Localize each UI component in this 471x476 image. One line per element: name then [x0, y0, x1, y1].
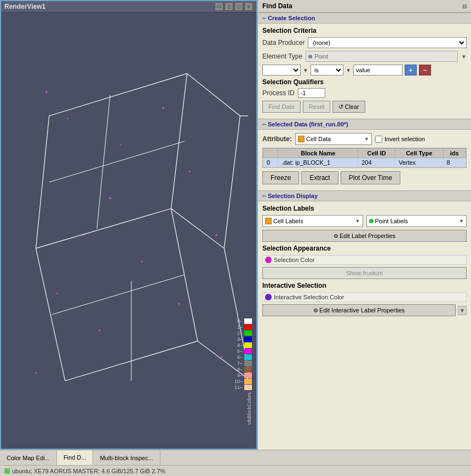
attribute-dropdown-arrow[interactable]: ▼ — [364, 136, 369, 142]
table-row[interactable]: 0 .dat: ip_BLOCK_1 204 Vertex 8 — [263, 158, 466, 167]
edit-interactive-label-btn[interactable]: ⚙ Edit Interactive Label Properties — [262, 304, 456, 316]
viewport-title-bar: RenderView1 ▭ ▯ □ × — [1, 1, 256, 13]
criteria-row: ▼ is ▼ + − — [262, 65, 467, 76]
selection-color-row[interactable]: Selection Color — [262, 255, 467, 265]
clear-btn[interactable]: ↺Clear — [332, 101, 365, 113]
legend-swatch-2 — [244, 330, 252, 336]
point-labels-container[interactable]: Point Labels ▼ — [366, 215, 467, 227]
labels-row: Cell Labels ▼ Point Labels ▼ — [262, 215, 467, 227]
legend-row-11: 11– — [233, 385, 252, 390]
legend-row-2: 2– — [233, 330, 252, 336]
element-type-dropdown-icon[interactable]: ▼ — [461, 54, 467, 60]
attribute-select-container[interactable]: Cell Data ▼ — [295, 133, 372, 145]
criteria-dropdown-arrow[interactable]: ▼ — [303, 67, 308, 73]
legend-row-8: 8– — [233, 367, 252, 372]
cell-labels-container[interactable]: Cell Labels ▼ — [262, 215, 363, 227]
invert-selection-checkbox[interactable] — [375, 136, 382, 143]
edit-label-gear-icon: ⚙ — [334, 233, 338, 239]
selection-criteria-body: Selection Criteria Data Producer (none) … — [258, 24, 471, 119]
selection-appearance-heading: Selection Appearance — [262, 245, 467, 252]
cell-labels-value: Cell Labels — [273, 218, 355, 224]
element-type-row: Element Type Point ▼ — [262, 51, 467, 62]
col-index — [263, 149, 278, 158]
status-bar: ubuntu; XE79 AORUS MASTER: 4.6 GiB/125.7… — [0, 465, 471, 476]
legend-swatch-3 — [244, 336, 252, 342]
status-text: ubuntu; XE79 AORUS MASTER: 4.6 GiB/125.7… — [12, 468, 165, 474]
svg-point-3 — [109, 197, 111, 199]
interactive-color-swatch — [265, 294, 272, 300]
criteria-cond-arrow[interactable]: ▼ — [346, 67, 351, 73]
selected-data-icon: ━ — [262, 121, 266, 127]
legend-swatch-5 — [244, 349, 252, 354]
freeze-btn[interactable]: Freeze — [262, 171, 299, 184]
show-frustum-row: Show frustum — [262, 267, 467, 279]
data-producer-label: Data Producer — [262, 39, 305, 47]
edit-label-properties-btn[interactable]: ⚙ Edit Label Properties — [262, 230, 467, 242]
show-frustum-btn[interactable]: Show frustum — [262, 267, 467, 279]
legend-swatch-0 — [244, 318, 252, 324]
selection-labels-heading: Selection Labels — [262, 205, 467, 212]
panel-title: Find Data — [262, 2, 292, 10]
legend-rows: 0– 1– 2– 3– — [233, 318, 252, 390]
criteria-field-select[interactable] — [262, 65, 301, 76]
svg-point-12 — [179, 303, 180, 305]
interactive-selection-color-row[interactable]: Interactive Selection Color — [262, 292, 467, 302]
svg-point-9 — [215, 234, 217, 236]
viewport-split-h-btn[interactable]: ▭ — [215, 2, 223, 11]
cell-data-icon — [298, 136, 305, 142]
legend-swatch-4 — [244, 343, 252, 348]
legend-swatch-8 — [244, 367, 252, 372]
legend-swatch-7 — [244, 361, 252, 366]
status-indicator — [4, 468, 10, 474]
svg-point-1 — [45, 91, 48, 93]
viewport-close-btn[interactable]: × — [244, 2, 253, 11]
cell-block-name: .dat: ip_BLOCK_1 — [278, 158, 358, 167]
viewport-controls: ▭ ▯ □ × — [215, 2, 253, 11]
plot-over-time-btn[interactable]: Plot Over Time — [341, 171, 400, 184]
element-type-value: Point — [314, 53, 328, 60]
legend-row-0: 0– — [233, 318, 252, 324]
invert-selection-label: Invert selection — [375, 136, 425, 143]
tab-find-data[interactable]: Find D... — [57, 450, 94, 465]
data-producer-select[interactable]: (none) — [308, 37, 467, 48]
extract-btn[interactable]: Extract — [301, 171, 338, 184]
interactive-color-label: Interactive Selection Color — [265, 294, 344, 300]
attribute-label: Attribute: — [262, 135, 292, 143]
selected-data-body: Attribute: Cell Data ▼ Invert selection — [258, 130, 471, 190]
svg-point-14 — [221, 356, 222, 358]
tab-multi-block[interactable]: Multi-block Inspec... — [93, 450, 160, 465]
criteria-remove-btn[interactable]: − — [419, 65, 431, 76]
viewport-3d-content[interactable]: 0– 1– 2– 3– — [1, 13, 256, 447]
criteria-value-input[interactable] — [353, 65, 403, 76]
svg-point-2 — [67, 118, 68, 119]
find-data-panel: Find Data ⊟ ━ Create Selection Selection… — [257, 0, 471, 450]
criteria-condition-select[interactable]: is — [311, 65, 343, 76]
element-type-label: Element Type — [262, 53, 302, 60]
reset-btn[interactable]: Reset — [303, 101, 331, 113]
cell-labels-arrow[interactable]: ▼ — [355, 218, 360, 224]
cell-ids: 8 — [443, 158, 466, 167]
process-id-input[interactable] — [298, 88, 325, 98]
cell-labels-icon — [265, 218, 272, 224]
svg-point-13 — [35, 372, 37, 374]
color-legend: 0– 1– 2– 3– — [233, 318, 252, 425]
svg-rect-0 — [4, 13, 253, 447]
point-labels-arrow[interactable]: ▼ — [459, 218, 464, 224]
tab-color-map[interactable]: Color Map Edi... — [0, 450, 57, 465]
panel-options-icon[interactable]: ⊟ — [462, 3, 467, 9]
criteria-add-btn[interactable]: + — [405, 65, 417, 76]
expand-btn[interactable]: ▼ — [458, 306, 467, 315]
find-data-btn[interactable]: Find Data — [262, 101, 301, 113]
viewport-max-btn[interactable]: □ — [234, 2, 243, 11]
viewport-split-v-btn[interactable]: ▯ — [225, 2, 233, 11]
data-table-container: Block Name Cell ID Cell Type ids 0 .dat:… — [262, 148, 467, 168]
legend-row-6: 6– — [233, 355, 252, 360]
cell-index: 0 — [263, 158, 278, 167]
process-id-label: Process ID — [262, 89, 295, 97]
cell-cell-id: 204 — [358, 158, 395, 167]
edit-interactive-label-row: ⚙ Edit Interactive Label Properties ▼ — [262, 304, 467, 316]
attribute-row: Attribute: Cell Data ▼ Invert selection — [262, 133, 467, 145]
clear-icon: ↺ — [338, 103, 343, 110]
legend-row-1: 1– — [233, 324, 252, 330]
legend-row-9: 9– — [233, 373, 252, 378]
